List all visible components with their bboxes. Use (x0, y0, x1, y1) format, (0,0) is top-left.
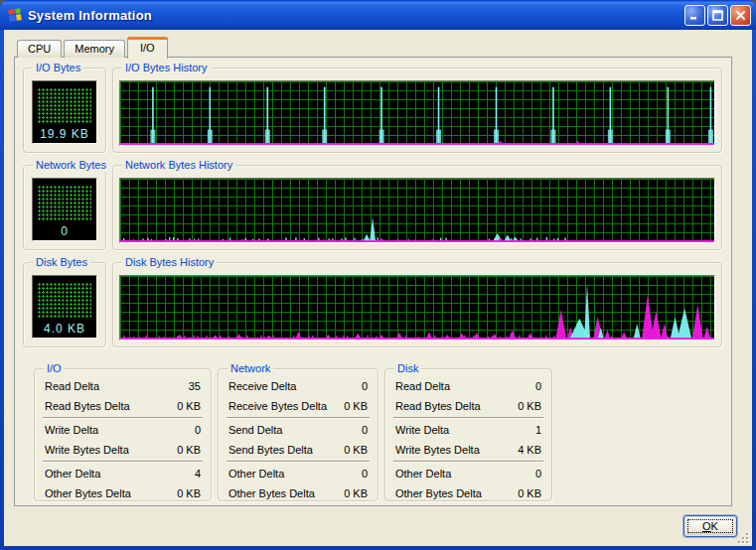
stat-row: Other Delta0 (385, 464, 551, 483)
stat-row: Read Delta35 (35, 376, 211, 396)
stat-label: Read Bytes Delta (45, 400, 130, 412)
stat-row: Other Bytes Delta0 KB (385, 483, 551, 503)
stat-row: Send Bytes Delta0 KB (219, 440, 378, 460)
dialog-client-area: CPU Memory I/O I/O Bytes 19.9 KB I/O Byt… (4, 30, 752, 546)
close-button[interactable] (730, 5, 751, 26)
stat-value: 35 (189, 380, 201, 392)
stat-value: 0 (362, 380, 368, 392)
disk-bytes-history-plot (120, 276, 714, 340)
stat-value: 4 KB (518, 444, 541, 456)
tab-io[interactable]: I/O (127, 37, 168, 59)
stats-group-network-title: Network (227, 362, 273, 375)
stat-label: Receive Delta (228, 380, 296, 392)
network-bytes-row: Network Bytes 0 Network Bytes History (23, 165, 722, 250)
separator (227, 461, 370, 463)
system-information-window: System Information CPU Memory I/O I/O By… (0, 0, 756, 550)
network-bytes-history-group: Network Bytes History (112, 165, 722, 250)
stat-value: 0 KB (177, 487, 201, 499)
stat-value: 0 KB (344, 487, 368, 499)
stat-label: Other Bytes Delta (395, 487, 482, 499)
network-bytes-gauge: 0 (32, 178, 97, 241)
tab-cpu[interactable]: CPU (17, 40, 62, 58)
disk-bytes-history-group: Disk Bytes History (112, 262, 722, 347)
io-bytes-label: I/O Bytes (33, 62, 83, 74)
stat-label: Other Delta (395, 468, 451, 480)
io-bytes-gauge-pattern (38, 88, 91, 124)
stat-value: 0 KB (177, 400, 201, 412)
network-bytes-label: Network Bytes (33, 159, 109, 172)
disk-bytes-row: Disk Bytes 4.0 KB Disk Bytes History (23, 262, 722, 347)
disk-bytes-gauge: 4.0 KB (32, 275, 97, 339)
network-bytes-gauge-group: Network Bytes 0 (23, 165, 106, 250)
stat-row: Other Delta4 (35, 464, 211, 483)
stats-group-io-title: I/O (44, 362, 65, 375)
stat-row: Write Bytes Delta4 KB (385, 440, 551, 460)
stat-row: Read Delta0 (385, 376, 551, 396)
maximize-button[interactable] (707, 5, 728, 26)
io-tab-page: I/O Bytes 19.9 KB I/O Bytes History Netw (14, 57, 732, 506)
stat-value: 0 (535, 380, 541, 392)
app-icon (7, 7, 23, 23)
stat-label: Write Delta (395, 424, 449, 436)
io-bytes-gauge-value: 19.9 KB (33, 127, 96, 141)
separator (227, 417, 370, 419)
io-bytes-history-graph (119, 80, 715, 146)
separator (393, 417, 543, 419)
stat-label: Read Bytes Delta (395, 400, 481, 412)
network-bytes-history-label: Network Bytes History (122, 159, 235, 172)
separator (43, 461, 203, 463)
stats-group-network: Network Receive Delta0 Receive Bytes Del… (218, 368, 378, 501)
minimize-icon (689, 10, 700, 21)
stats-group-disk: Disk Read Delta0 Read Bytes Delta0 KB Wr… (384, 368, 552, 501)
disk-bytes-gauge-group: Disk Bytes 4.0 KB (23, 262, 106, 347)
stat-row: Receive Bytes Delta0 KB (219, 396, 378, 416)
stat-row: Read Bytes Delta0 KB (385, 396, 551, 416)
stat-row: Other Bytes Delta0 KB (219, 483, 378, 503)
minimize-button[interactable] (684, 5, 705, 26)
stat-value: 0 KB (344, 400, 368, 412)
separator (393, 461, 543, 463)
stat-row: Write Bytes Delta0 KB (35, 440, 211, 460)
stat-label: Read Delta (395, 380, 450, 392)
stat-label: Send Bytes Delta (228, 444, 313, 456)
network-bytes-history-graph (119, 178, 715, 243)
stat-label: Other Delta (45, 468, 100, 480)
stat-row: Other Bytes Delta0 KB (35, 483, 211, 503)
io-bytes-row: I/O Bytes 19.9 KB I/O Bytes History (23, 68, 722, 153)
stat-label: Other Delta (228, 468, 284, 480)
stat-value: 0 (362, 424, 368, 436)
ok-button-label: OK (690, 520, 730, 532)
stats-group-disk-title: Disk (394, 362, 421, 375)
ok-button[interactable]: OK (683, 515, 737, 537)
network-bytes-gauge-pattern (38, 186, 91, 221)
tab-memory[interactable]: Memory (64, 40, 125, 58)
io-bytes-history-label: I/O Bytes History (122, 62, 211, 74)
window-title: System Information (28, 8, 684, 23)
stat-row: Other Delta0 (219, 464, 378, 483)
disk-bytes-gauge-value: 4.0 KB (33, 322, 96, 336)
disk-bytes-label: Disk Bytes (33, 256, 90, 269)
stat-value: 1 (535, 424, 541, 436)
io-bytes-gauge: 19.9 KB (32, 80, 97, 144)
separator (43, 417, 203, 419)
stat-row: Read Bytes Delta0 KB (35, 396, 211, 416)
stat-label: Receive Bytes Delta (228, 400, 327, 412)
title-bar[interactable]: System Information (0, 0, 756, 30)
disk-bytes-gauge-pattern (38, 283, 91, 319)
stat-value: 0 (195, 424, 201, 436)
stats-section: I/O Read Delta35 Read Bytes Delta0 KB Wr… (34, 368, 731, 501)
io-bytes-gauge-group: I/O Bytes 19.9 KB (23, 68, 106, 153)
stat-label: Write Bytes Delta (395, 444, 480, 456)
stat-label: Write Delta (45, 424, 98, 436)
stat-label: Send Delta (228, 424, 282, 436)
stat-label: Read Delta (45, 380, 99, 392)
tab-strip: CPU Memory I/O (17, 37, 170, 58)
stat-label: Write Bytes Delta (45, 444, 129, 456)
stat-value: 0 KB (177, 444, 201, 456)
resize-grip[interactable] (737, 532, 750, 545)
stat-value: 0 KB (518, 400, 541, 412)
stat-label: Other Bytes Delta (228, 487, 315, 499)
io-bytes-history-plot (120, 81, 714, 145)
stat-row: Send Delta0 (219, 420, 378, 440)
maximize-icon (712, 10, 723, 21)
